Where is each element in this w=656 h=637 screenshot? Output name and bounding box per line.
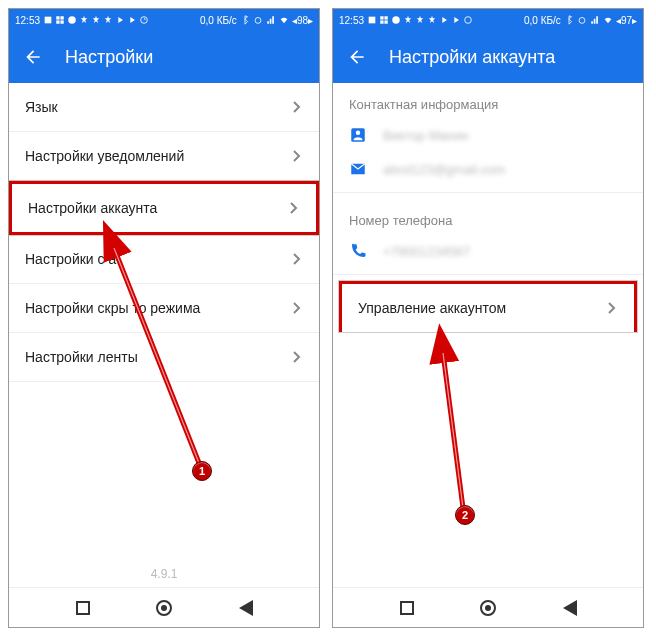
nav-home-icon[interactable] (480, 600, 496, 616)
phone-left: 12:53 0,0 КБ/с ◂98▸ Настройки (8, 8, 320, 628)
nav-home-icon[interactable] (156, 600, 172, 616)
item-label: Язык (25, 99, 58, 115)
page-title: Настройки (65, 47, 153, 68)
bluetooth-icon (240, 15, 250, 25)
status-time: 12:53 (339, 15, 364, 26)
person-icon (349, 126, 367, 144)
chevron-right-icon (293, 101, 301, 113)
section-contact-info: Контактная информация (333, 83, 643, 118)
version-label: 4.9.1 (9, 567, 319, 581)
phone-right: 12:53 0,0 КБ/с ◂97▸ Настройки акка (332, 8, 644, 628)
back-icon[interactable] (23, 47, 43, 67)
contact-email: abcd123@gmail.com (383, 162, 505, 177)
item-language[interactable]: Язык (9, 83, 319, 132)
svg-rect-10 (369, 17, 376, 24)
svg-line-20 (443, 353, 463, 508)
svg-rect-0 (45, 17, 52, 24)
nav-back-icon[interactable] (563, 600, 577, 616)
chevron-right-icon (608, 302, 616, 314)
page-title: Настройки аккаунта (389, 47, 555, 68)
contact-name-row[interactable]: Виктор Манин (333, 118, 643, 152)
item-label: Настройки ленты (25, 349, 138, 365)
section-phone: Номер телефона (333, 199, 643, 234)
settings-list: Язык Настройки уведомлений Настройки акк… (9, 83, 319, 587)
svg-line-21 (443, 353, 463, 508)
alarm-icon (253, 15, 263, 25)
contact-email-row[interactable]: abcd123@gmail.com (333, 152, 643, 186)
alarm-icon (577, 15, 587, 25)
svg-point-16 (465, 17, 472, 24)
svg-rect-4 (60, 20, 63, 23)
nav-back-icon[interactable] (239, 600, 253, 616)
phone-number: +79001234567 (383, 244, 470, 259)
item-hidden-mode[interactable]: Настройки скры то режима (9, 284, 319, 333)
chevron-right-icon (293, 302, 301, 314)
svg-point-15 (392, 16, 400, 24)
chevron-right-icon (293, 351, 301, 363)
item-notifications[interactable]: Настройки уведомлений (9, 132, 319, 181)
back-icon[interactable] (347, 47, 367, 67)
svg-rect-11 (380, 16, 383, 19)
status-bar: 12:53 0,0 КБ/с ◂98▸ (9, 9, 319, 31)
svg-rect-1 (56, 16, 59, 19)
annotation-marker-1: 1 (192, 461, 212, 481)
item-label: Настройки аккаунта (28, 200, 157, 216)
signal-icon (590, 15, 600, 25)
svg-point-19 (356, 131, 361, 136)
chevron-right-icon (293, 253, 301, 265)
account-content: Контактная информация Виктор Манин abcd1… (333, 83, 643, 587)
phone-row[interactable]: +79001234567 (333, 234, 643, 268)
svg-point-5 (68, 16, 76, 24)
svg-point-17 (579, 18, 585, 24)
svg-rect-2 (60, 16, 63, 19)
item-label: Управление аккаунтом (358, 300, 506, 316)
item-account-settings[interactable]: Настройки аккаунта (9, 181, 319, 235)
nav-bar (333, 587, 643, 627)
nav-recent-icon[interactable] (400, 601, 414, 615)
battery-right: ◂97▸ (616, 15, 637, 26)
status-icons-left (43, 15, 149, 25)
nav-bar (9, 587, 319, 627)
signal-icon (266, 15, 276, 25)
app-bar: Настройки (9, 31, 319, 83)
phone-icon (349, 242, 367, 260)
annotation-marker-2: 2 (455, 505, 475, 525)
item-manage-account[interactable]: Управление аккаунтом (339, 281, 637, 332)
item-label: Настройки уведомлений (25, 148, 184, 164)
nav-recent-icon[interactable] (76, 601, 90, 615)
chevron-right-icon (293, 150, 301, 162)
email-icon (349, 160, 367, 178)
item-feed[interactable]: Настройки ленты (9, 333, 319, 382)
svg-point-7 (255, 18, 261, 24)
wifi-icon (279, 15, 289, 25)
svg-rect-12 (384, 16, 387, 19)
svg-rect-13 (380, 20, 383, 23)
item-label: Настройки скры то режима (25, 300, 200, 316)
svg-rect-3 (56, 20, 59, 23)
status-net: 0,0 КБ/с (200, 15, 237, 26)
status-icons-left (367, 15, 473, 25)
contact-name: Виктор Манин (383, 128, 468, 143)
app-bar: Настройки аккаунта (333, 31, 643, 83)
status-time: 12:53 (15, 15, 40, 26)
bluetooth-icon (564, 15, 574, 25)
wifi-icon (603, 15, 613, 25)
svg-rect-14 (384, 20, 387, 23)
status-bar: 12:53 0,0 КБ/с ◂97▸ (333, 9, 643, 31)
item-settings-4[interactable]: Настройки с а (9, 235, 319, 284)
status-net: 0,0 КБ/с (524, 15, 561, 26)
item-label: Настройки с а (25, 251, 116, 267)
battery-left: ◂98▸ (292, 15, 313, 26)
chevron-right-icon (290, 202, 298, 214)
